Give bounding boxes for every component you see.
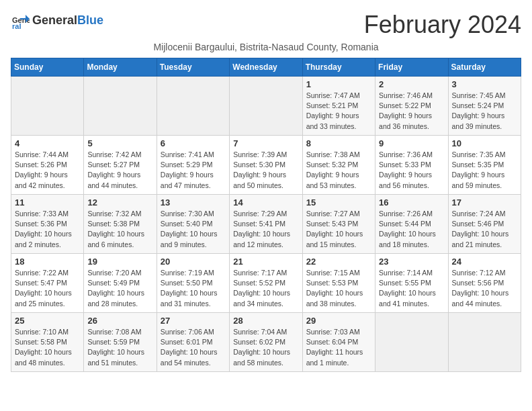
calendar-cell: 27Sunrise: 7:06 AM Sunset: 6:01 PM Dayli… — [157, 313, 229, 372]
calendar-cell — [84, 77, 157, 136]
calendar-cell: 14Sunrise: 7:29 AM Sunset: 5:41 PM Dayli… — [230, 195, 302, 254]
calendar-cell: 7Sunrise: 7:39 AM Sunset: 5:30 PM Daylig… — [230, 136, 302, 195]
day-number: 2 — [379, 79, 444, 89]
day-info: Sunrise: 7:38 AM Sunset: 5:32 PM Dayligh… — [306, 150, 371, 191]
day-number: 23 — [379, 257, 444, 267]
day-info: Sunrise: 7:14 AM Sunset: 5:55 PM Dayligh… — [379, 268, 444, 309]
day-info: Sunrise: 7:36 AM Sunset: 5:33 PM Dayligh… — [379, 150, 444, 191]
day-number: 27 — [161, 316, 226, 326]
day-info: Sunrise: 7:17 AM Sunset: 5:52 PM Dayligh… — [233, 268, 298, 309]
calendar-cell — [375, 313, 448, 372]
calendar-body: 1Sunrise: 7:47 AM Sunset: 5:21 PM Daylig… — [11, 77, 521, 372]
logo: Gene ral GeneralBlue — [11, 11, 103, 30]
calendar-cell: 20Sunrise: 7:19 AM Sunset: 5:50 PM Dayli… — [157, 254, 229, 313]
day-info: Sunrise: 7:44 AM Sunset: 5:26 PM Dayligh… — [15, 150, 80, 191]
day-info: Sunrise: 7:35 AM Sunset: 5:35 PM Dayligh… — [452, 150, 517, 191]
day-number: 24 — [452, 257, 517, 267]
day-info: Sunrise: 7:03 AM Sunset: 6:04 PM Dayligh… — [306, 327, 371, 368]
calendar-cell: 15Sunrise: 7:27 AM Sunset: 5:43 PM Dayli… — [302, 195, 375, 254]
weekday-header: Monday — [84, 58, 157, 77]
calendar-cell: 23Sunrise: 7:14 AM Sunset: 5:55 PM Dayli… — [375, 254, 448, 313]
day-info: Sunrise: 7:47 AM Sunset: 5:21 PM Dayligh… — [306, 91, 371, 132]
day-info: Sunrise: 7:39 AM Sunset: 5:30 PM Dayligh… — [233, 150, 298, 191]
day-info: Sunrise: 7:27 AM Sunset: 5:43 PM Dayligh… — [306, 209, 371, 250]
calendar-cell: 17Sunrise: 7:24 AM Sunset: 5:46 PM Dayli… — [448, 195, 521, 254]
day-number: 28 — [233, 316, 298, 326]
calendar-cell: 25Sunrise: 7:10 AM Sunset: 5:58 PM Dayli… — [11, 313, 84, 372]
day-info: Sunrise: 7:06 AM Sunset: 6:01 PM Dayligh… — [161, 327, 226, 368]
calendar-cell — [157, 77, 229, 136]
day-info: Sunrise: 7:29 AM Sunset: 5:41 PM Dayligh… — [233, 209, 298, 250]
day-info: Sunrise: 7:30 AM Sunset: 5:40 PM Dayligh… — [161, 209, 226, 250]
logo-blue: Blue — [77, 13, 103, 27]
calendar-cell: 16Sunrise: 7:26 AM Sunset: 5:44 PM Dayli… — [375, 195, 448, 254]
day-info: Sunrise: 7:33 AM Sunset: 5:36 PM Dayligh… — [15, 209, 80, 250]
day-number: 7 — [233, 138, 298, 148]
weekday-row: SundayMondayTuesdayWednesdayThursdayFrid… — [11, 58, 521, 77]
day-number: 21 — [233, 257, 298, 267]
weekday-header: Wednesday — [230, 58, 302, 77]
weekday-header: Sunday — [11, 58, 84, 77]
calendar-cell: 28Sunrise: 7:04 AM Sunset: 6:02 PM Dayli… — [230, 313, 302, 372]
page-header: Gene ral GeneralBlue February 2024 — [11, 11, 521, 39]
calendar-cell: 8Sunrise: 7:38 AM Sunset: 5:32 PM Daylig… — [302, 136, 375, 195]
calendar-table: SundayMondayTuesdayWednesdayThursdayFrid… — [11, 58, 521, 372]
day-number: 19 — [87, 257, 152, 267]
day-number: 16 — [379, 197, 444, 208]
calendar-cell: 6Sunrise: 7:41 AM Sunset: 5:29 PM Daylig… — [157, 136, 229, 195]
calendar-week-row: 18Sunrise: 7:22 AM Sunset: 5:47 PM Dayli… — [11, 254, 521, 313]
day-info: Sunrise: 7:42 AM Sunset: 5:27 PM Dayligh… — [87, 150, 152, 191]
day-number: 1 — [306, 79, 371, 89]
calendar-cell: 2Sunrise: 7:46 AM Sunset: 5:22 PM Daylig… — [375, 77, 448, 136]
calendar-cell — [11, 77, 84, 136]
day-info: Sunrise: 7:22 AM Sunset: 5:47 PM Dayligh… — [15, 268, 80, 309]
calendar-header: SundayMondayTuesdayWednesdayThursdayFrid… — [11, 58, 521, 77]
day-number: 15 — [306, 197, 371, 208]
calendar-cell: 29Sunrise: 7:03 AM Sunset: 6:04 PM Dayli… — [302, 313, 375, 372]
day-number: 10 — [452, 138, 517, 148]
day-info: Sunrise: 7:08 AM Sunset: 5:59 PM Dayligh… — [87, 327, 152, 368]
calendar-cell: 1Sunrise: 7:47 AM Sunset: 5:21 PM Daylig… — [302, 77, 375, 136]
day-number: 8 — [306, 138, 371, 148]
calendar-cell: 5Sunrise: 7:42 AM Sunset: 5:27 PM Daylig… — [84, 136, 157, 195]
day-info: Sunrise: 7:32 AM Sunset: 5:38 PM Dayligh… — [87, 209, 152, 250]
day-info: Sunrise: 7:04 AM Sunset: 6:02 PM Dayligh… — [233, 327, 298, 368]
day-number: 29 — [306, 316, 371, 326]
day-info: Sunrise: 7:19 AM Sunset: 5:50 PM Dayligh… — [161, 268, 226, 309]
day-number: 12 — [87, 197, 152, 208]
calendar-cell: 18Sunrise: 7:22 AM Sunset: 5:47 PM Dayli… — [11, 254, 84, 313]
weekday-header: Thursday — [302, 58, 375, 77]
day-number: 9 — [379, 138, 444, 148]
calendar-cell — [448, 313, 521, 372]
day-number: 6 — [161, 138, 226, 148]
day-number: 22 — [306, 257, 371, 267]
calendar-cell: 3Sunrise: 7:45 AM Sunset: 5:24 PM Daylig… — [448, 77, 521, 136]
month-title: February 2024 — [364, 11, 521, 39]
day-number: 4 — [15, 138, 80, 148]
location-subtitle: Mijlocenii Bargaului, Bistrita-Nasaud Co… — [11, 42, 521, 52]
calendar-week-row: 25Sunrise: 7:10 AM Sunset: 5:58 PM Dayli… — [11, 313, 521, 372]
day-info: Sunrise: 7:24 AM Sunset: 5:46 PM Dayligh… — [452, 209, 517, 250]
calendar-cell: 12Sunrise: 7:32 AM Sunset: 5:38 PM Dayli… — [84, 195, 157, 254]
day-number: 20 — [161, 257, 226, 267]
day-info: Sunrise: 7:20 AM Sunset: 5:49 PM Dayligh… — [87, 268, 152, 309]
day-number: 14 — [233, 197, 298, 208]
calendar-cell — [230, 77, 302, 136]
weekday-header: Tuesday — [157, 58, 229, 77]
logo-icon: Gene ral — [11, 11, 30, 30]
calendar-cell: 19Sunrise: 7:20 AM Sunset: 5:49 PM Dayli… — [84, 254, 157, 313]
logo-wordmark: GeneralBlue — [32, 13, 103, 28]
logo-general: General — [32, 13, 77, 27]
calendar-week-row: 1Sunrise: 7:47 AM Sunset: 5:21 PM Daylig… — [11, 77, 521, 136]
weekday-header: Saturday — [448, 58, 521, 77]
calendar-cell: 4Sunrise: 7:44 AM Sunset: 5:26 PM Daylig… — [11, 136, 84, 195]
day-info: Sunrise: 7:10 AM Sunset: 5:58 PM Dayligh… — [15, 327, 80, 368]
calendar-week-row: 11Sunrise: 7:33 AM Sunset: 5:36 PM Dayli… — [11, 195, 521, 254]
calendar-cell: 26Sunrise: 7:08 AM Sunset: 5:59 PM Dayli… — [84, 313, 157, 372]
weekday-header: Friday — [375, 58, 448, 77]
day-number: 3 — [452, 79, 517, 89]
calendar-cell: 24Sunrise: 7:12 AM Sunset: 5:56 PM Dayli… — [448, 254, 521, 313]
day-number: 11 — [15, 197, 80, 208]
day-number: 26 — [87, 316, 152, 326]
day-number: 5 — [87, 138, 152, 148]
